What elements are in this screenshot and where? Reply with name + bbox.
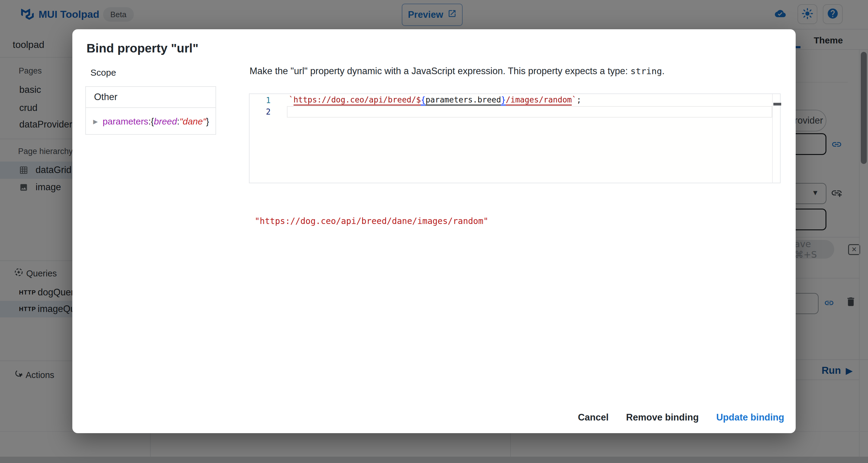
expand-arrow-icon: ▶ — [93, 118, 98, 125]
code-semicolon: ; — [577, 95, 581, 104]
param-key: breed — [154, 116, 177, 127]
dialog-title: Bind property "url" — [87, 41, 198, 56]
overview-marker — [773, 103, 781, 105]
description-text: Make the "url" property dynamic with a J… — [250, 66, 630, 76]
current-line-highlight — [287, 106, 772, 118]
code-backtick: ` — [572, 95, 577, 104]
code-editor[interactable]: 1 2 `https://dog.ceo/api/breed/${paramet… — [249, 93, 781, 183]
cancel-button[interactable]: Cancel — [578, 412, 609, 423]
remove-binding-button[interactable]: Remove binding — [626, 412, 699, 423]
toolpad-app: MUI Toolpad Beta Preview — [0, 0, 868, 463]
expression-result: "https://dog.ceo/api/breed/dane/images/r… — [255, 216, 488, 226]
update-binding-button[interactable]: Update binding — [716, 412, 784, 423]
param-sep2: : — [177, 116, 179, 127]
dialog-actions: Cancel Remove binding Update binding — [578, 412, 784, 423]
scope-label: Scope — [90, 67, 116, 78]
code-close-brace: } — [501, 95, 506, 105]
scope-group-header: Other — [86, 87, 216, 108]
code-line: `https://dog.ceo/api/breed/${parameters.… — [289, 95, 581, 104]
bind-property-dialog: Bind property "url" Scope Other ▶ parame… — [72, 29, 796, 433]
description-type: string — [630, 66, 662, 76]
scope-panel: Other ▶ parameters: {breed: "dane"} — [85, 86, 216, 135]
line-number: 2 — [250, 107, 271, 116]
param-value: "dane" — [180, 116, 206, 127]
scope-group-label: Other — [94, 92, 118, 102]
param-name: parameters — [102, 116, 148, 127]
dialog-description: Make the "url" property dynamic with a J… — [250, 66, 786, 76]
code-open-brace: { — [421, 95, 426, 105]
description-period: . — [662, 66, 665, 76]
code-url-part2: /images/random — [506, 95, 572, 105]
code-dollar: $ — [416, 95, 421, 105]
scope-parameters-row[interactable]: ▶ parameters: {breed: "dane"} — [86, 108, 216, 135]
param-close-brace: } — [206, 116, 209, 127]
line-number: 1 — [250, 96, 271, 105]
editor-ruler — [772, 94, 773, 183]
param-sep: : — [148, 116, 151, 127]
code-url-part1: https://dog.ceo/api/breed/ — [293, 95, 416, 105]
code-expression: parameters.breed — [426, 95, 501, 105]
code-backtick: ` — [289, 95, 293, 104]
param-open-brace: { — [151, 116, 154, 127]
